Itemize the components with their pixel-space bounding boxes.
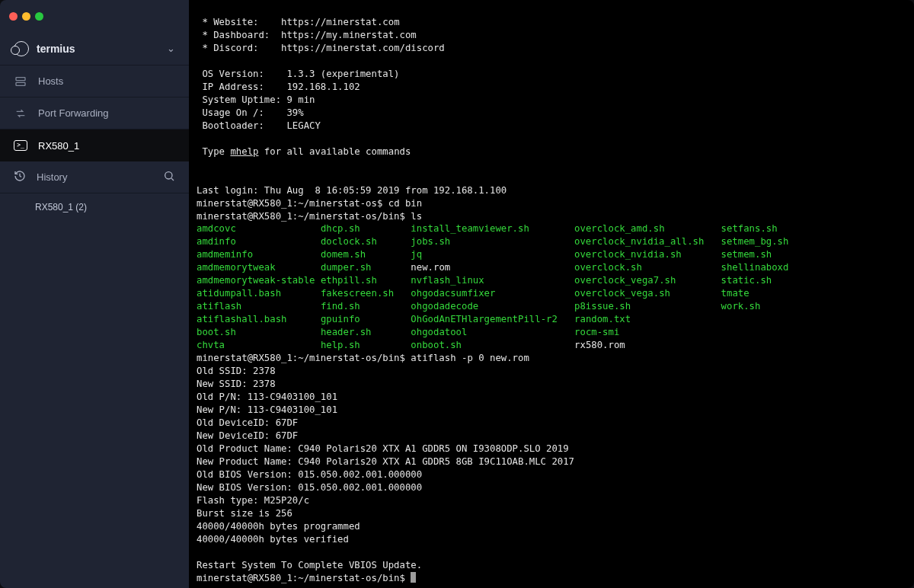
window-minimize-button[interactable] — [22, 12, 30, 21]
svg-point-2 — [165, 172, 172, 179]
nav-hosts-label: Hosts — [38, 75, 63, 87]
history-item[interactable]: RX580_1 (2) — [0, 193, 189, 221]
terminal-cursor — [411, 572, 416, 583]
history-icon — [14, 170, 26, 184]
nav-port-forwarding[interactable]: Port Forwarding — [0, 97, 189, 129]
window-close-button[interactable] — [9, 12, 18, 21]
app-name: termius — [37, 43, 75, 55]
nav-hosts[interactable]: Hosts — [0, 66, 189, 97]
active-terminal-tab-label: RX580_1 — [38, 140, 79, 152]
chevron-down-icon: ⌄ — [167, 43, 175, 54]
svg-rect-0 — [16, 77, 25, 80]
nav-history-label: History — [37, 171, 67, 183]
sidebar: termius ⌄ Hosts Port Forwarding >_ RX580… — [0, 0, 189, 588]
hosts-icon — [14, 75, 27, 88]
history-item-label: RX580_1 (2) — [35, 202, 87, 213]
app-switcher[interactable]: termius ⌄ — [0, 32, 189, 66]
port-forwarding-icon — [14, 107, 27, 120]
nav-history[interactable]: History — [0, 161, 189, 193]
svg-rect-1 — [16, 82, 25, 85]
window-traffic-lights — [0, 0, 189, 32]
active-terminal-tab[interactable]: >_ RX580_1 — [0, 129, 189, 161]
terminal-icon: >_ — [14, 139, 27, 152]
terminal-output[interactable]: * Website: https://minerstat.com * Dashb… — [189, 0, 914, 588]
nav-port-forwarding-label: Port Forwarding — [38, 107, 108, 119]
svg-line-3 — [171, 178, 174, 181]
window-maximize-button[interactable] — [35, 12, 43, 21]
search-icon[interactable] — [163, 170, 175, 184]
termius-logo-icon — [14, 41, 29, 56]
